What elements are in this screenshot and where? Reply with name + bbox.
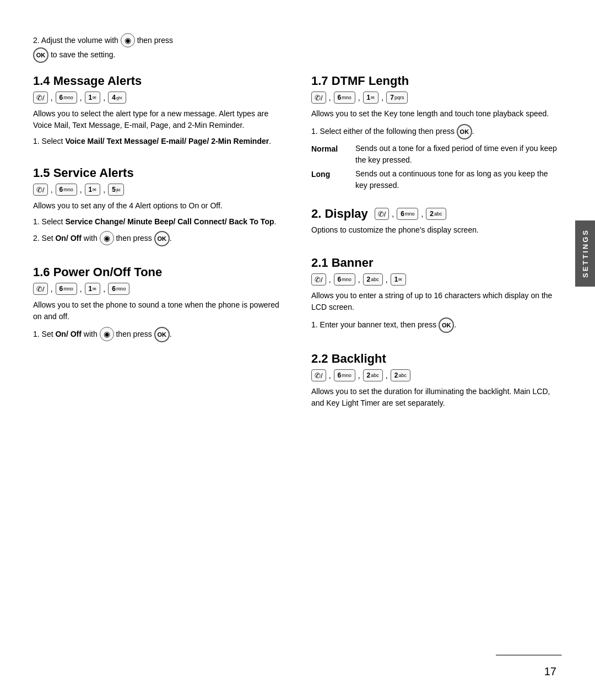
body-service-alerts: Allows you to set any of the 4 Alert opt… bbox=[33, 200, 284, 212]
right-column: 1.7 DTMF Length ✆/ , 6mno , 1 ✉ , 7pqrs … bbox=[311, 74, 562, 667]
section-message-alerts: 1.4 Message Alerts ✆/ , 6mno , 1 ✉ , 4 g… bbox=[33, 74, 284, 150]
key-2abc-21: 2abc bbox=[363, 273, 383, 286]
long-term: Long bbox=[311, 168, 350, 191]
step1-dtmf: 1. Select either of the following then p… bbox=[311, 124, 562, 139]
key-6mno-15: 6mno bbox=[56, 184, 77, 196]
key-6mno-16a: 6mno bbox=[56, 283, 77, 295]
key-6mno-14: 6mno bbox=[56, 91, 77, 104]
section-title-display: 2. Display bbox=[311, 207, 368, 221]
key-2abc-22b: 2abc bbox=[391, 369, 410, 381]
section-title-message-alerts: 1.4 Message Alerts bbox=[33, 74, 284, 88]
nav-icon: ◉ bbox=[121, 33, 135, 47]
top-note-prefix: 2. Adjust the volume with bbox=[33, 36, 118, 45]
normal-term: Normal bbox=[311, 143, 350, 166]
ok-icon-15: OK bbox=[154, 231, 170, 246]
key-7pqrs-17: 7pqrs bbox=[386, 91, 408, 104]
top-note: 2. Adjust the volume with ◉ then press O… bbox=[33, 33, 562, 63]
key-row-service-alerts: ✆/ , 6mno , 1 ✉ , 5 jkl bbox=[33, 184, 284, 196]
body-message-alerts: Allows you to select the alert type for … bbox=[33, 108, 284, 131]
section-power-tone: 1.6 Power On/Off Tone ✆/ , 6mno , 1 ✉ , … bbox=[33, 265, 284, 346]
key-4ghi-14: 4 ghi bbox=[108, 91, 126, 104]
key-1env-14: 1 ✉ bbox=[85, 91, 101, 104]
left-column: 1.4 Message Alerts ✆/ , 6mno , 1 ✉ , 4 g… bbox=[33, 74, 284, 667]
bottom-rule bbox=[496, 655, 562, 656]
section-dtmf: 1.7 DTMF Length ✆/ , 6mno , 1 ✉ , 7pqrs … bbox=[311, 74, 562, 191]
top-note-then-press: then press bbox=[137, 36, 173, 45]
key-6mno-22: 6mno bbox=[334, 369, 355, 381]
key-2abc-22a: 2abc bbox=[363, 369, 383, 381]
key-5jkl-15: 5 jkl bbox=[108, 184, 124, 196]
key-row-display: ✆/ , 6mno , 2abc bbox=[375, 208, 446, 220]
section-title-power-tone: 1.6 Power On/Off Tone bbox=[33, 265, 284, 279]
key-row-message-alerts: ✆/ , 6mno , 1 ✉ , 4 ghi bbox=[33, 91, 284, 104]
key-1env-17: 1 ✉ bbox=[363, 91, 379, 104]
key-2abc-2: 2abc bbox=[426, 208, 446, 220]
key-6mno-2: 6mno bbox=[397, 208, 418, 220]
body-power-tone: Allows you to set the phone to sound a t… bbox=[33, 299, 284, 322]
section-display: 2. Display ✆/ , 6mno , 2abc Options to c… bbox=[311, 207, 562, 240]
section-title-dtmf: 1.7 DTMF Length bbox=[311, 74, 562, 88]
key-1env-15: 1 ✉ bbox=[85, 184, 101, 196]
display-title-row: 2. Display ✆/ , 6mno , 2abc bbox=[311, 207, 562, 221]
body-backlight: Allows you to set the duration for illum… bbox=[311, 386, 562, 409]
step2-service-alerts: 2. Set On/ Off with ◉ then press OK. bbox=[33, 231, 284, 246]
key-phone-15: ✆/ bbox=[33, 184, 48, 196]
two-column-layout: 1.4 Message Alerts ✆/ , 6mno , 1 ✉ , 4 g… bbox=[33, 74, 562, 667]
key-1env-21: 1 ✉ bbox=[391, 273, 407, 286]
page-number: 17 bbox=[544, 665, 556, 678]
ok-icon-16: OK bbox=[154, 327, 170, 342]
section-title-service-alerts: 1.5 Service Alerts bbox=[33, 166, 284, 180]
def-table-dtmf: Normal Sends out a tone for a fixed peri… bbox=[311, 143, 562, 191]
body-banner: Allows you to enter a string of up to 16… bbox=[311, 290, 562, 313]
top-note-ok-text: to save the setting. bbox=[51, 50, 116, 59]
body-display: Options to customize the phone's display… bbox=[311, 224, 562, 236]
key-6mno-21: 6mno bbox=[334, 273, 355, 286]
step1-banner: 1. Enter your banner text, then press OK… bbox=[311, 317, 562, 333]
key-phone-21: ✆/ bbox=[311, 273, 326, 286]
body-dtmf: Allows you to set the Key tone length an… bbox=[311, 108, 562, 120]
key-row-banner: ✆/ , 6mno , 2abc , 1 ✉ bbox=[311, 273, 562, 286]
key-6mno-17: 6mno bbox=[334, 91, 355, 104]
section-title-banner: 2.1 Banner bbox=[311, 256, 562, 270]
step1-message-alerts: 1. Select Voice Mail/ Text Message/ E-ma… bbox=[33, 136, 284, 147]
settings-sidebar: SETTINGS bbox=[575, 220, 595, 287]
nav-icon-16: ◉ bbox=[100, 327, 114, 341]
ok-icon-17: OK bbox=[457, 124, 472, 139]
key-row-power-tone: ✆/ , 6mno , 1 ✉ , 6mno bbox=[33, 283, 284, 295]
step1-service-alerts: 1. Select Service Change/ Minute Beep/ C… bbox=[33, 216, 284, 228]
section-banner: 2.1 Banner ✆/ , 6mno , 2abc , 1 ✉ Allows… bbox=[311, 256, 562, 336]
key-6mno-16b: 6mno bbox=[108, 283, 129, 295]
key-phone-22: ✆/ bbox=[311, 369, 326, 381]
nav-icon-15: ◉ bbox=[100, 231, 114, 245]
step1-power-tone: 1. Set On/ Off with ◉ then press OK. bbox=[33, 327, 284, 342]
key-row-dtmf: ✆/ , 6mno , 1 ✉ , 7pqrs bbox=[311, 91, 562, 104]
settings-label: SETTINGS bbox=[581, 229, 589, 278]
key-row-backlight: ✆/ , 6mno , 2abc , 2abc bbox=[311, 369, 562, 381]
key-phone-17: ✆/ bbox=[311, 91, 326, 104]
section-service-alerts: 1.5 Service Alerts ✆/ , 6mno , 1 ✉ , 5 j… bbox=[33, 166, 284, 250]
page-container: 2. Adjust the volume with ◉ then press O… bbox=[0, 0, 595, 700]
ok-icon-21: OK bbox=[439, 317, 454, 333]
ok-icon: OK bbox=[33, 47, 48, 63]
key-phone-2: ✆/ bbox=[375, 208, 390, 220]
key-phone-16: ✆/ bbox=[33, 283, 48, 295]
long-desc: Sends out a continuous tone for as long … bbox=[355, 168, 562, 191]
section-title-backlight: 2.2 Backlight bbox=[311, 352, 562, 366]
key-1env-16: 1 ✉ bbox=[85, 283, 101, 295]
key-phone-14: ✆/ bbox=[33, 91, 48, 104]
normal-desc: Sends out a tone for a fixed period of t… bbox=[355, 143, 562, 166]
section-backlight: 2.2 Backlight ✆/ , 6mno , 2abc , 2abc Al… bbox=[311, 352, 562, 413]
